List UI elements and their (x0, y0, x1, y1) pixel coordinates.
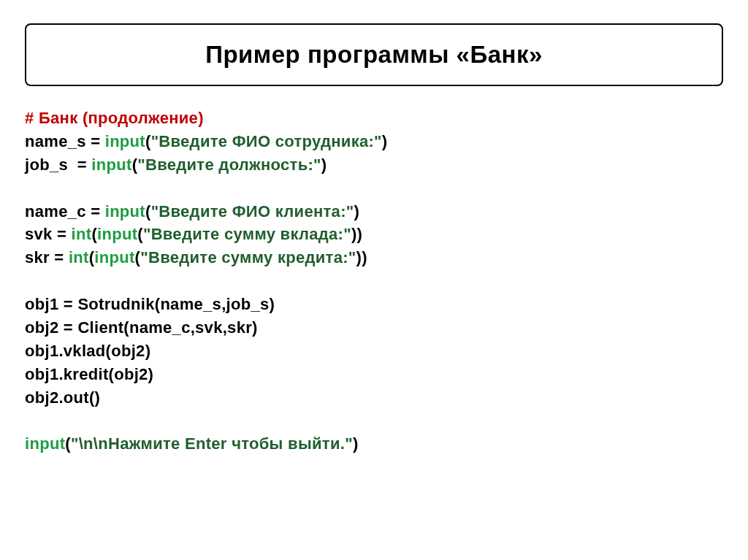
code-paren: ) (382, 132, 388, 150)
code-string: "Введите сумму вклада:" (143, 225, 351, 243)
code-string: "Введите сумму кредита:" (140, 248, 356, 266)
code-string: "Введите должность:" (137, 156, 321, 174)
code-text: obj1.kredit(obj2) (25, 365, 153, 383)
code-string: "Введите ФИО сотрудника:" (151, 132, 382, 150)
code-fn: int (69, 248, 89, 266)
title-box: Пример программы «Банк» (25, 23, 723, 86)
code-paren: )) (351, 225, 362, 243)
code-paren: ( (145, 202, 151, 220)
code-paren: )) (356, 248, 367, 266)
code-paren: ) (321, 156, 327, 174)
code-fn: input (94, 248, 134, 266)
code-paren: ( (91, 225, 97, 243)
code-text: skr = (25, 248, 69, 266)
code-fn: input (105, 132, 145, 150)
code-comment: # Банк (продолжение) (25, 109, 204, 127)
code-text: obj1 = Sotrudnik(name_s,job_s) (25, 295, 275, 313)
code-paren: ( (145, 132, 151, 150)
code-text: name_c = (25, 202, 105, 220)
code-fn: input (25, 434, 65, 453)
code-paren: ) (353, 434, 359, 453)
code-string: "Введите ФИО клиента:" (151, 202, 354, 220)
code-block: # Банк (продолжение) name_s = input("Вве… (25, 107, 723, 456)
code-paren: ( (65, 434, 71, 453)
code-text: job_s = (25, 156, 91, 174)
code-text: name_s = (25, 132, 105, 150)
code-text: obj2 = Client(name_c,svk,skr) (25, 318, 258, 337)
code-fn: int (72, 225, 92, 243)
code-text: obj1.vklad(obj2) (25, 342, 150, 360)
code-fn: input (105, 202, 145, 220)
code-paren: ( (137, 225, 143, 243)
code-string: "\n\nНажмите Enter чтобы выйти." (71, 434, 353, 453)
code-fn: input (97, 225, 137, 243)
code-text: svk = (25, 225, 72, 243)
code-paren: ) (354, 202, 360, 220)
code-text: obj2.out() (25, 388, 100, 407)
slide: Пример программы «Банк» # Банк (продолже… (0, 0, 748, 479)
slide-title: Пример программы «Банк» (41, 41, 707, 69)
code-fn: input (91, 156, 131, 174)
